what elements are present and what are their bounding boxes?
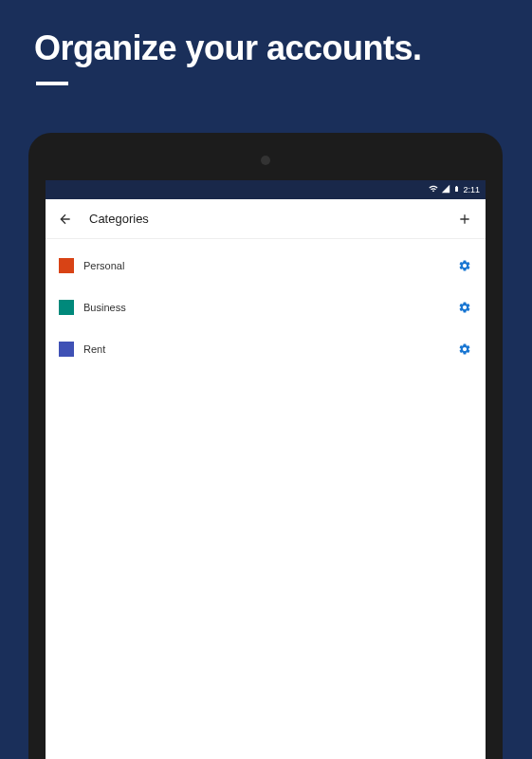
signal-icon	[441, 184, 450, 195]
category-label: Business	[83, 302, 457, 313]
color-swatch	[59, 258, 74, 273]
status-icons: 2:11	[429, 184, 480, 195]
category-list: Personal Business Rent	[46, 239, 486, 376]
wifi-icon	[429, 184, 438, 195]
gear-icon	[458, 259, 471, 272]
category-item-business[interactable]: Business	[46, 287, 486, 328]
gear-icon	[458, 342, 471, 356]
app-bar: Categories	[46, 199, 486, 239]
color-swatch	[59, 300, 74, 315]
hero-title: Organize your accounts.	[0, 0, 532, 68]
category-item-personal[interactable]: Personal	[46, 245, 486, 287]
category-item-rent[interactable]: Rent	[46, 328, 486, 370]
settings-button[interactable]	[457, 258, 472, 273]
status-time: 2:11	[463, 185, 480, 194]
settings-button[interactable]	[457, 342, 472, 357]
app-bar-title: Categories	[89, 212, 455, 226]
back-button[interactable]	[57, 211, 74, 228]
add-button[interactable]	[455, 210, 474, 229]
status-bar: 2:11	[46, 180, 486, 199]
category-label: Personal	[83, 260, 457, 271]
hero-underline	[36, 82, 68, 85]
gear-icon	[458, 301, 471, 314]
screen: 2:11 Categories Personal Business	[46, 180, 486, 759]
color-swatch	[59, 342, 74, 357]
category-label: Rent	[83, 343, 457, 355]
settings-button[interactable]	[457, 300, 472, 315]
battery-icon	[453, 184, 460, 195]
tablet-frame: 2:11 Categories Personal Business	[28, 133, 503, 759]
tablet-camera	[261, 156, 270, 165]
